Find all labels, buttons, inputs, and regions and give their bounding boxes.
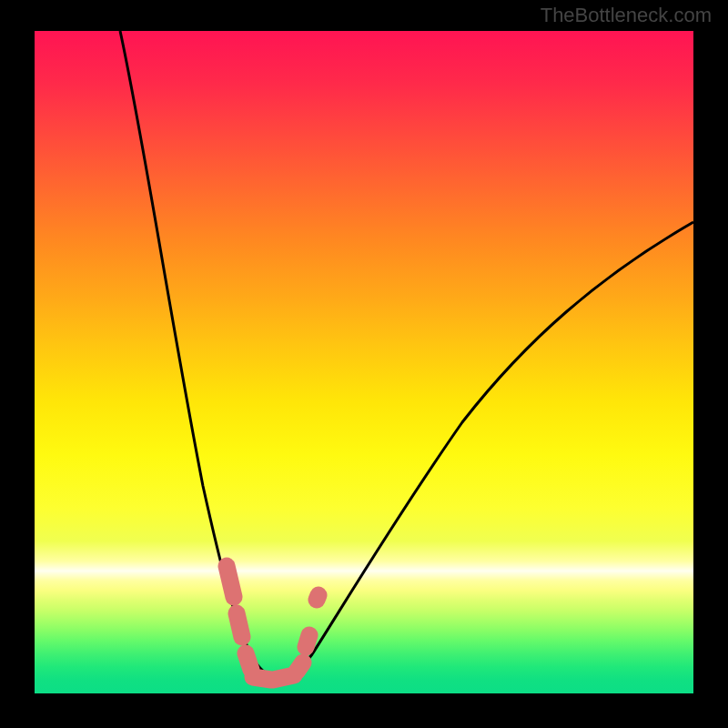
watermark-text: TheBottleneck.com — [541, 4, 712, 27]
chart-plot-area — [35, 31, 693, 693]
chart-svg — [35, 31, 693, 693]
highlighted-markers — [227, 566, 318, 680]
bottleneck-curve-line — [120, 31, 693, 679]
